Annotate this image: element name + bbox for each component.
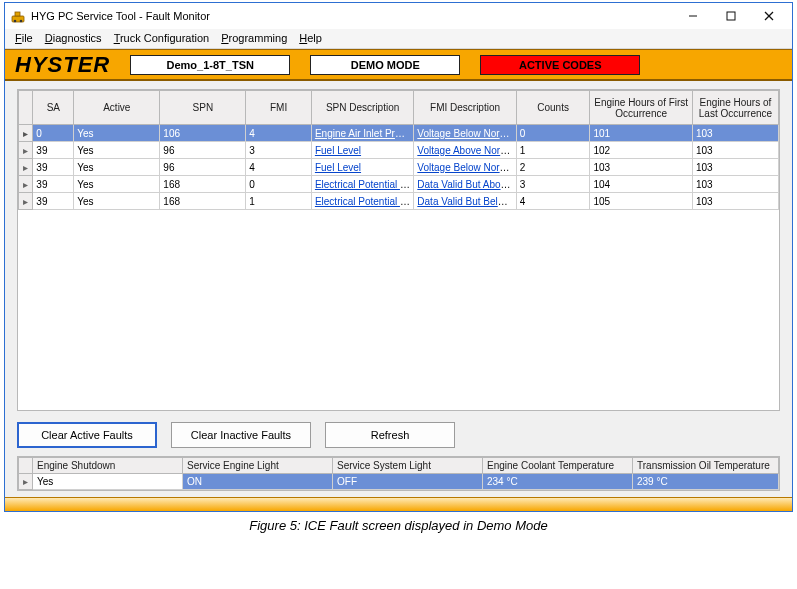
cell-spn: 168 [160,176,246,193]
minimize-button[interactable] [674,5,712,27]
table-row[interactable]: ▸39Yes1681Electrical Potential (V...Data… [19,193,779,210]
logo: HYSTER [15,52,110,78]
cell-fmi: 3 [246,142,312,159]
cell-eh_last: 103 [692,159,778,176]
table-row[interactable]: ▸39Yes1680Electrical Potential (V...Data… [19,176,779,193]
bottom-scrollbar[interactable] [5,497,792,511]
col-fmi[interactable]: FMI [246,91,312,125]
cell-counts: 2 [516,159,590,176]
cell-fmi-desc-link[interactable]: Voltage Below Normal... [414,125,516,142]
svg-rect-5 [727,12,735,20]
status-col-shutdown[interactable]: Engine Shutdown [33,458,183,474]
cell-spn: 168 [160,193,246,210]
status-col-ect[interactable]: Engine Coolant Temperature [483,458,633,474]
cell-eh_last: 103 [692,125,778,142]
col-spn-desc[interactable]: SPN Description [311,91,413,125]
refresh-button[interactable]: Refresh [325,422,455,448]
cell-counts: 3 [516,176,590,193]
menu-diagnostics[interactable]: Diagnostics [45,32,102,44]
svg-rect-1 [15,12,20,16]
cell-eh_last: 103 [692,176,778,193]
table-row[interactable]: ▸39Yes963Fuel LevelVoltage Above Norma..… [19,142,779,159]
cell-fmi-desc-link[interactable]: Voltage Below Normal... [414,159,516,176]
cell-active: Yes [74,125,160,142]
grid-header-row: SA Active SPN FMI SPN Description FMI De… [19,91,779,125]
col-eh-last[interactable]: Engine Hours of Last Occurrence [692,91,778,125]
content-area: SA Active SPN FMI SPN Description FMI De… [5,81,792,497]
col-rowselector[interactable] [19,91,33,125]
col-fmi-desc[interactable]: FMI Description [414,91,516,125]
status-sel-value: ON [183,474,333,490]
cell-spn-desc-link[interactable]: Electrical Potential (V... [311,193,413,210]
truck-name-pill[interactable]: Demo_1-8T_TSN [130,55,290,75]
app-window: HYG PC Service Tool - Fault Monitor File… [4,2,793,512]
row-indicator[interactable]: ▸ [19,125,33,142]
table-row[interactable]: ▸0Yes1064Engine Air Inlet Press...Voltag… [19,125,779,142]
cell-spn: 96 [160,159,246,176]
menu-truck-config[interactable]: Truck Configuration [114,32,210,44]
action-button-row: Clear Active Faults Clear Inactive Fault… [17,422,780,448]
cell-spn-desc-link[interactable]: Engine Air Inlet Press... [311,125,413,142]
cell-eh_last: 103 [692,193,778,210]
menu-programming[interactable]: Programming [221,32,287,44]
status-col-ssl[interactable]: Service System Light [333,458,483,474]
col-active[interactable]: Active [74,91,160,125]
figure-caption: Figure 5: ICE Fault screen displayed in … [4,512,793,535]
col-eh-first[interactable]: Engine Hours of First Occurrence [590,91,692,125]
cell-sa: 39 [33,193,74,210]
active-codes-pill[interactable]: ACTIVE CODES [480,55,640,75]
window-title: HYG PC Service Tool - Fault Monitor [31,10,674,22]
col-spn[interactable]: SPN [160,91,246,125]
clear-active-faults-button[interactable]: Clear Active Faults [17,422,157,448]
close-button[interactable] [750,5,788,27]
status-row-indicator: ▸ [19,474,33,490]
brand-bar: HYSTER Demo_1-8T_TSN DEMO MODE ACTIVE CO… [5,49,792,81]
fault-grid[interactable]: SA Active SPN FMI SPN Description FMI De… [18,90,779,210]
status-strip: Engine Shutdown Service Engine Light Ser… [17,456,780,491]
cell-sa: 39 [33,176,74,193]
cell-spn-desc-link[interactable]: Electrical Potential (V... [311,176,413,193]
cell-eh_last: 103 [692,142,778,159]
status-ssl-value: OFF [333,474,483,490]
cell-spn-desc-link[interactable]: Fuel Level [311,142,413,159]
cell-eh_first: 105 [590,193,692,210]
row-indicator[interactable]: ▸ [19,193,33,210]
status-row[interactable]: ▸ Yes ON OFF 234 °C 239 °C [19,474,779,490]
svg-point-3 [20,20,23,23]
status-col-tot[interactable]: Transmission Oil Temperature [633,458,779,474]
col-sa[interactable]: SA [33,91,74,125]
status-grid[interactable]: Engine Shutdown Service Engine Light Ser… [18,457,779,490]
cell-spn: 96 [160,142,246,159]
cell-sa: 39 [33,142,74,159]
status-ect-value: 234 °C [483,474,633,490]
status-col-sel[interactable]: Service Engine Light [183,458,333,474]
mode-pill: DEMO MODE [310,55,460,75]
cell-sa: 0 [33,125,74,142]
table-row[interactable]: ▸39Yes964Fuel LevelVoltage Below Normal.… [19,159,779,176]
cell-eh_first: 101 [590,125,692,142]
cell-fmi-desc-link[interactable]: Voltage Above Norma... [414,142,516,159]
cell-fmi: 1 [246,193,312,210]
status-rowhdr-col [19,458,33,474]
cell-counts: 4 [516,193,590,210]
cell-spn-desc-link[interactable]: Fuel Level [311,159,413,176]
clear-inactive-faults-button[interactable]: Clear Inactive Faults [171,422,311,448]
cell-fmi-desc-link[interactable]: Data Valid But Above ... [414,176,516,193]
cell-counts: 1 [516,142,590,159]
cell-fmi: 4 [246,125,312,142]
cell-active: Yes [74,159,160,176]
maximize-button[interactable] [712,5,750,27]
cell-fmi-desc-link[interactable]: Data Valid But Below ... [414,193,516,210]
row-indicator[interactable]: ▸ [19,142,33,159]
menu-file[interactable]: File [15,32,33,44]
status-shutdown-value: Yes [33,474,183,490]
cell-active: Yes [74,193,160,210]
menu-help[interactable]: Help [299,32,322,44]
col-counts[interactable]: Counts [516,91,590,125]
titlebar[interactable]: HYG PC Service Tool - Fault Monitor [5,3,792,29]
row-indicator[interactable]: ▸ [19,159,33,176]
cell-eh_first: 103 [590,159,692,176]
row-indicator[interactable]: ▸ [19,176,33,193]
cell-counts: 0 [516,125,590,142]
cell-active: Yes [74,176,160,193]
